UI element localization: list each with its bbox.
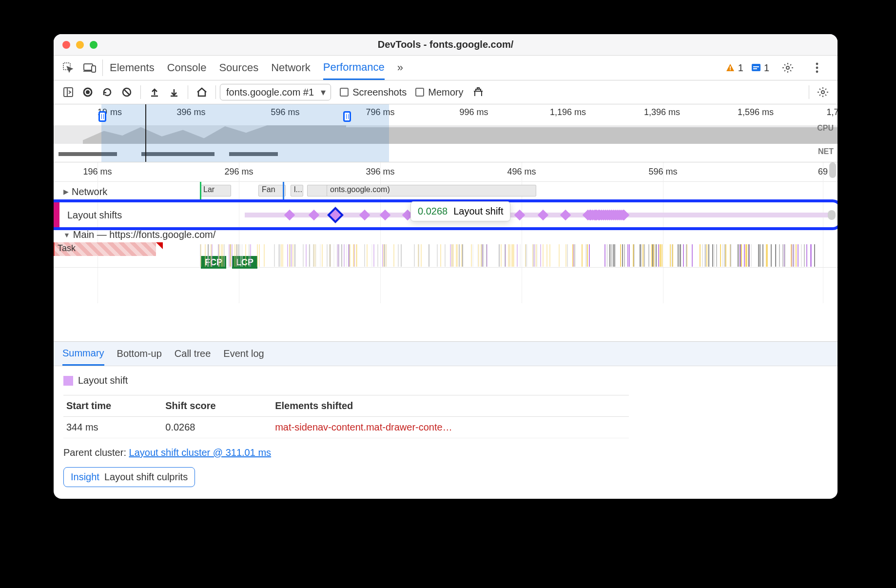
screenshots-label: Screenshots bbox=[352, 87, 407, 98]
net-label: NET bbox=[818, 147, 834, 156]
parent-cluster-row: Parent cluster: Layout shift cluster @ 3… bbox=[63, 447, 828, 458]
network-track-label[interactable]: ▶ Network bbox=[63, 186, 107, 197]
target-selector[interactable]: fonts.google.com #1 bbox=[220, 84, 331, 100]
network-request[interactable]: l... bbox=[291, 185, 303, 196]
svg-rect-6 bbox=[753, 66, 759, 67]
timeline-overview[interactable]: 19ms396 ms596 ms796 ms996 ms1,196 ms1,39… bbox=[54, 104, 838, 162]
memory-checkbox[interactable]: Memory bbox=[415, 87, 463, 98]
tab-bottom-up[interactable]: Bottom-up bbox=[117, 342, 162, 366]
network-request[interactable]: Fan bbox=[258, 185, 286, 196]
lcp-marker-line bbox=[283, 182, 284, 201]
time-ruler: 196 ms296 ms396 ms496 ms596 ms69 bbox=[54, 162, 838, 182]
ruler-tick: 496 ms bbox=[507, 167, 536, 177]
devtools-window: DevTools - fonts.google.com/ Elements Co… bbox=[54, 34, 838, 499]
home-button[interactable] bbox=[192, 82, 212, 102]
kebab-menu-icon[interactable] bbox=[806, 62, 828, 73]
checkbox-icon bbox=[340, 88, 349, 97]
score-value: 0.0268 bbox=[162, 417, 272, 438]
insight-button[interactable]: Insight Layout shift culprits bbox=[63, 467, 195, 487]
svg-point-16 bbox=[821, 91, 824, 94]
tab-elements[interactable]: Elements bbox=[110, 56, 155, 80]
more-tabs-button[interactable]: » bbox=[397, 56, 403, 80]
capture-settings-icon[interactable] bbox=[813, 82, 833, 102]
ruler-tick: 396 ms bbox=[366, 167, 394, 177]
record-button[interactable] bbox=[78, 82, 97, 102]
collect-garbage-button[interactable] bbox=[468, 82, 488, 102]
checkbox-icon bbox=[415, 88, 424, 97]
ruler-tick: 596 ms bbox=[648, 167, 677, 177]
inspect-element-icon[interactable] bbox=[58, 56, 79, 80]
device-toolbar-icon[interactable] bbox=[79, 56, 100, 80]
vertical-scrollbar[interactable] bbox=[829, 162, 836, 178]
collapse-icon: ▼ bbox=[63, 231, 70, 238]
table-row: 344 ms 0.0268 mat-sidenav-content.mat-dr… bbox=[63, 417, 629, 438]
close-window-button[interactable] bbox=[62, 41, 70, 49]
summary-pane: Layout shift Start time Shift score Elem… bbox=[54, 366, 838, 499]
network-track[interactable]: ▶ Network LarFanl...onts.google.com) bbox=[54, 182, 838, 201]
summary-heading: Layout shift bbox=[78, 375, 128, 386]
main-thread-track[interactable]: ▼ Main — https://fonts.google.com/ Task … bbox=[54, 229, 838, 268]
ruler-tick: 296 ms bbox=[224, 167, 253, 177]
console-errors-indicator[interactable]: 1 bbox=[751, 62, 769, 74]
tab-event-log[interactable]: Event log bbox=[223, 342, 264, 366]
svg-point-10 bbox=[816, 67, 818, 69]
screenshots-checkbox[interactable]: Screenshots bbox=[340, 87, 407, 98]
svg-point-14 bbox=[86, 90, 90, 94]
minimize-window-button[interactable] bbox=[76, 41, 84, 49]
ruler-tick: 196 ms bbox=[83, 167, 112, 177]
flamechart-area[interactable]: 196 ms296 ms396 ms496 ms596 ms69 ▶ Netwo… bbox=[54, 162, 838, 342]
overview-tick: 996 ms bbox=[459, 107, 488, 118]
clear-button[interactable] bbox=[117, 82, 136, 102]
issues-count: 1 bbox=[738, 62, 743, 74]
collapse-icon: ▶ bbox=[63, 188, 69, 196]
details-tabs: Summary Bottom-up Call tree Event log bbox=[54, 342, 838, 366]
tooltip-label: Layout shift bbox=[453, 206, 503, 217]
main-track-label[interactable]: ▼ Main — https://fonts.google.com/ bbox=[63, 229, 215, 240]
tab-sources[interactable]: Sources bbox=[219, 56, 258, 80]
memory-label: Memory bbox=[428, 87, 463, 98]
summary-table: Start time Shift score Elements shifted … bbox=[63, 395, 629, 438]
start-time-value: 344 ms bbox=[63, 417, 162, 438]
tab-console[interactable]: Console bbox=[167, 56, 207, 80]
tab-call-tree[interactable]: Call tree bbox=[175, 342, 211, 366]
insight-prefix: Insight bbox=[71, 471, 99, 483]
shifted-element-link[interactable]: mat-sidenav-content.mat-drawer-conte… bbox=[275, 422, 452, 432]
svg-point-8 bbox=[786, 66, 789, 69]
settings-icon[interactable] bbox=[777, 62, 799, 74]
target-selector-label: fonts.google.com #1 bbox=[226, 87, 314, 98]
tab-network[interactable]: Network bbox=[271, 56, 311, 80]
svg-rect-5 bbox=[752, 64, 760, 71]
separator bbox=[102, 59, 103, 76]
zoom-window-button[interactable] bbox=[90, 41, 97, 49]
long-task[interactable]: Task bbox=[54, 242, 156, 256]
tab-summary[interactable]: Summary bbox=[62, 342, 104, 366]
issues-indicator[interactable]: 1 bbox=[725, 62, 743, 74]
col-shift-score: Shift score bbox=[162, 395, 272, 417]
col-start-time: Start time bbox=[63, 395, 162, 417]
overview-tick: 1,196 ms bbox=[550, 107, 586, 118]
upload-profile-button[interactable] bbox=[145, 82, 164, 102]
tab-performance[interactable]: Performance bbox=[323, 56, 385, 80]
download-profile-button[interactable] bbox=[164, 82, 184, 102]
overview-marker bbox=[145, 104, 146, 162]
selection-handle-left[interactable] bbox=[98, 111, 106, 122]
insight-text: Layout shift culprits bbox=[104, 471, 188, 483]
toggle-panel-icon[interactable] bbox=[58, 82, 78, 102]
parent-cluster-link[interactable]: Layout shift cluster @ 311.01 ms bbox=[129, 447, 272, 458]
svg-rect-2 bbox=[92, 66, 96, 72]
overview-tick: 1,7 bbox=[826, 107, 838, 118]
selection-handle-right[interactable] bbox=[343, 111, 351, 122]
fcp-marker-line bbox=[200, 182, 201, 201]
titlebar: DevTools - fonts.google.com/ bbox=[54, 34, 838, 56]
performance-toolbar: fonts.google.com #1 Screenshots Memory bbox=[54, 80, 838, 104]
svg-rect-7 bbox=[753, 68, 757, 69]
svg-rect-3 bbox=[730, 66, 731, 69]
network-request[interactable]: onts.google.com) bbox=[327, 185, 536, 196]
network-request[interactable]: Lar bbox=[200, 185, 231, 196]
panel-tabs: Elements Console Sources Network Perform… bbox=[54, 56, 838, 80]
svg-rect-4 bbox=[730, 69, 731, 70]
ruler-tick: 69 bbox=[818, 167, 828, 177]
window-title: DevTools - fonts.google.com/ bbox=[54, 39, 838, 50]
reload-record-button[interactable] bbox=[97, 82, 117, 102]
layout-shift-swatch bbox=[63, 376, 73, 386]
